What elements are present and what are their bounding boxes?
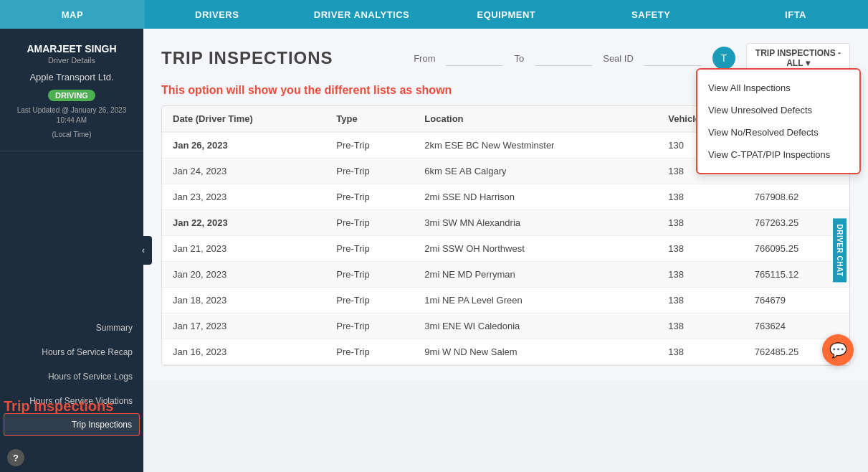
cell-vehicle: 138 xyxy=(657,262,743,288)
cell-location: 3mi ENE WI Caledonia xyxy=(414,313,657,339)
cell-type: Pre-Trip xyxy=(325,313,414,339)
cell-location: 2mi SSE ND Harrison xyxy=(414,184,657,210)
cell-vehicle: 138 xyxy=(657,339,743,365)
trip-inspections-dropdown: View All Inspections View Unresolved Def… xyxy=(696,68,861,174)
local-time: (Local Time) xyxy=(11,130,133,140)
cell-type: Pre-Trip xyxy=(325,288,414,313)
nav-equipment[interactable]: EQUIPMENT xyxy=(434,0,578,29)
status-badge: DRIVING xyxy=(48,90,95,101)
cell-type: Pre-Trip xyxy=(325,236,414,262)
cell-type: Pre-Trip xyxy=(325,262,414,288)
table-row[interactable]: Jan 20, 2023 Pre-Trip 2mi NE MD Perryman… xyxy=(162,262,849,288)
dropdown-item-all[interactable]: View All Inspections xyxy=(697,77,859,99)
cell-date: Jan 18, 2023 xyxy=(162,288,325,313)
from-label: From xyxy=(414,53,435,64)
sidebar-item-hos-recap[interactable]: Hours of Service Recap xyxy=(0,340,143,364)
table-row[interactable]: Jan 18, 2023 Pre-Trip 1mi NE PA Level Gr… xyxy=(162,288,849,313)
sidebar-collapse-button[interactable]: ‹ xyxy=(135,236,152,265)
col-date: Date (Driver Time) xyxy=(162,106,325,132)
top-nav: MAP DRIVERS DRIVER ANALYTICS EQUIPMENT S… xyxy=(0,0,868,29)
cell-date: Jan 17, 2023 xyxy=(162,313,325,339)
company-name: Apple Transport Ltd. xyxy=(11,72,133,82)
cell-vehicle: 138 xyxy=(657,184,743,210)
nav-map[interactable]: MAP xyxy=(0,0,145,29)
dropdown-item-unresolved[interactable]: View Unresolved Defects xyxy=(697,99,859,121)
search-icon: T xyxy=(721,52,728,64)
cell-type: Pre-Trip xyxy=(325,159,414,184)
nav-drivers[interactable]: DRIVERS xyxy=(145,0,290,29)
cell-vehicle: 138 xyxy=(657,288,743,313)
cell-type: Pre-Trip xyxy=(325,132,414,159)
cell-date: Jan 16, 2023 xyxy=(162,339,325,365)
cell-location: 2km ESE BC New Westminster xyxy=(414,132,657,159)
sidebar-item-summary[interactable]: Summary xyxy=(0,316,143,340)
cell-date: Jan 24, 2023 xyxy=(162,159,325,184)
filter-search-button[interactable]: T xyxy=(712,47,735,70)
seal-id-input[interactable] xyxy=(644,50,702,66)
cell-type: Pre-Trip xyxy=(325,339,414,365)
help-button[interactable]: ? xyxy=(7,449,24,466)
driver-subtitle: Driver Details xyxy=(11,56,133,65)
cell-date: Jan 22, 2023 xyxy=(162,210,325,236)
driver-name: AMARJEET SINGH xyxy=(11,43,133,55)
from-input[interactable] xyxy=(446,50,503,66)
cell-vehicle: 138 xyxy=(657,236,743,262)
cell-vehicle: 138 xyxy=(657,313,743,339)
cell-location: 2mi SSW OH Northwest xyxy=(414,236,657,262)
chat-button[interactable]: 💬 xyxy=(822,334,854,366)
cell-location: 6km SE AB Calgary xyxy=(414,159,657,184)
nav-safety[interactable]: SAFETY xyxy=(578,0,723,29)
table-row[interactable]: Jan 16, 2023 Pre-Trip 9mi W ND New Salem… xyxy=(162,339,849,365)
nav-bar: MAP DRIVERS DRIVER ANALYTICS EQUIPMENT S… xyxy=(0,0,868,29)
table-row[interactable]: Jan 22, 2023 Pre-Trip 3mi SW MN Alexandr… xyxy=(162,210,849,236)
to-label: To xyxy=(514,53,524,64)
cell-date: Jan 26, 2023 xyxy=(162,132,325,159)
last-updated: Last Updated @ January 26, 2023 10:44 AM xyxy=(11,105,133,126)
table-row[interactable]: Jan 23, 2023 Pre-Trip 2mi SSE ND Harriso… xyxy=(162,184,849,210)
sidebar-item-hos-logs[interactable]: Hours of Service Logs xyxy=(0,364,143,389)
cell-type: Pre-Trip xyxy=(325,210,414,236)
chat-icon: 💬 xyxy=(829,341,847,359)
cell-date: Jan 20, 2023 xyxy=(162,262,325,288)
table-row[interactable]: Jan 17, 2023 Pre-Trip 3mi ENE WI Caledon… xyxy=(162,313,849,339)
col-type: Type xyxy=(325,106,414,132)
driver-chat-tab[interactable]: DRIVER CHAT xyxy=(833,218,846,282)
cell-location: 2mi NE MD Perryman xyxy=(414,262,657,288)
dropdown-item-ctpat[interactable]: View C-TPAT/PIP Inspections xyxy=(697,143,859,166)
col-location: Location xyxy=(414,106,657,132)
cell-location: 1mi NE PA Level Green xyxy=(414,288,657,313)
to-input[interactable] xyxy=(535,50,592,66)
sidebar-profile: AMARJEET SINGH Driver Details Apple Tran… xyxy=(0,29,143,151)
cell-vehicle: 138 xyxy=(657,210,743,236)
sidebar: AMARJEET SINGH Driver Details Apple Tran… xyxy=(0,29,143,472)
seal-id-label: Seal ID xyxy=(603,53,634,64)
cell-odometer: 767908.62 xyxy=(744,184,849,210)
cell-odometer: 764679 xyxy=(744,288,849,313)
sidebar-nav: Summary Hours of Service Recap Hours of … xyxy=(0,151,143,443)
table-row[interactable]: Jan 21, 2023 Pre-Trip 2mi SSW OH Northwe… xyxy=(162,236,849,262)
dropdown-item-no-resolved[interactable]: View No/Resolved Defects xyxy=(697,121,859,143)
sidebar-bottom: ? xyxy=(0,443,143,472)
cell-type: Pre-Trip xyxy=(325,184,414,210)
nav-driver-analytics[interactable]: DRIVER ANALYTICS xyxy=(290,0,434,29)
sidebar-item-hos-violations[interactable]: Hours of Service Violations xyxy=(0,389,143,413)
cell-date: Jan 21, 2023 xyxy=(162,236,325,262)
cell-location: 9mi W ND New Salem xyxy=(414,339,657,365)
cell-date: Jan 23, 2023 xyxy=(162,184,325,210)
cell-location: 3mi SW MN Alexandria xyxy=(414,210,657,236)
nav-ifta[interactable]: IFTA xyxy=(723,0,868,29)
sidebar-item-trip-inspections[interactable]: Trip Inspections xyxy=(4,413,140,436)
page-title: TRIP INSPECTIONS xyxy=(161,48,333,68)
